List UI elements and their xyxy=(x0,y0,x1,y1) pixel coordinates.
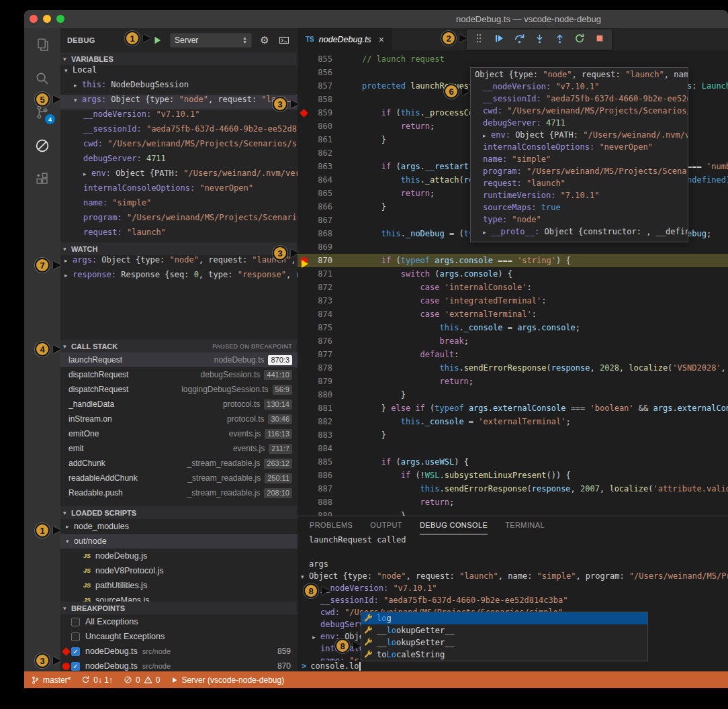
code-line[interactable]: 872 case 'internalConsole': xyxy=(298,281,728,294)
variable-row[interactable]: request: "launch" xyxy=(60,228,298,242)
hover-variable-row[interactable]: ▸__proto__: Object {constructor: , __def… xyxy=(475,227,688,239)
console-input-row[interactable]: > console.lo xyxy=(298,661,728,671)
console-row[interactable]: args xyxy=(298,559,728,571)
chevron-down-icon[interactable]: ▾ xyxy=(64,67,73,74)
code-line[interactable]: 879 return; xyxy=(298,375,728,388)
hover-variable-row[interactable]: cwd: "/Users/weinand/MS/Projects/Scenari… xyxy=(475,106,688,118)
breakpoint-checkbox[interactable]: ✓ xyxy=(71,662,80,671)
chevron-down-icon[interactable]: ▾ xyxy=(63,246,71,252)
stack-frame-row[interactable]: emitOneevents.js116:13 xyxy=(60,426,298,441)
code-line[interactable]: 889 } xyxy=(298,509,728,516)
activity-item-search[interactable] xyxy=(24,62,60,95)
hover-variable-row[interactable]: ▸env: Object {PATH: "/Users/weinand/.nvm… xyxy=(475,130,688,142)
chevron-right-icon[interactable]: ▸ xyxy=(66,519,74,534)
loaded-script-row[interactable]: ▾out/node xyxy=(60,534,298,549)
code-line[interactable]: 887 this.sendErrorResponse(response, 200… xyxy=(298,482,728,495)
current-breakpoint-icon[interactable] xyxy=(298,257,310,265)
hover-variable-row[interactable]: internalConsoleOptions: "neverOpen" xyxy=(475,142,688,154)
breakpoint-diamond-icon[interactable] xyxy=(298,110,310,116)
console-row[interactable]: __sessionId: "aeda75fb-637d-4660-9b2e-ee… xyxy=(298,596,728,608)
suggest-item[interactable]: __lookupSetter__ xyxy=(361,636,647,649)
code-line[interactable]: 873 case 'integratedTerminal': xyxy=(298,294,728,308)
breakpoint-row[interactable]: ✓nodeDebug.tssrc/node870 xyxy=(60,659,298,671)
console-row[interactable]: __nodeVersion: "v7.10.1" xyxy=(298,583,728,596)
variable-row[interactable]: name: "simple" xyxy=(60,198,298,213)
code-line[interactable]: 878 this.sendErrorResponse(response, 202… xyxy=(298,361,728,375)
variable-row[interactable]: program: "/Users/weinand/MS/Projects/Sce… xyxy=(60,213,298,228)
panel-tab-problems[interactable]: PROBLEMS xyxy=(310,517,353,534)
stack-frame-row[interactable]: readableAddChunk_stream_readable.js250:1… xyxy=(60,471,298,485)
continue-button[interactable] xyxy=(491,32,507,48)
code-line[interactable]: 877 default: xyxy=(298,348,728,361)
stack-frame-row[interactable]: addChunk_stream_readable.js263:12 xyxy=(60,456,298,471)
section-header-watch[interactable]: ▾WATCH xyxy=(60,242,298,255)
code-line[interactable]: 881 } else if (typeof args.externalConso… xyxy=(298,401,728,415)
variable-row[interactable]: internalConsoleOptions: "neverOpen" xyxy=(60,183,298,198)
hover-variable-row[interactable]: program: "/Users/weinand/MS/Projects/Sce… xyxy=(475,167,688,179)
code-line[interactable]: 880 } xyxy=(298,388,728,401)
stack-frame-row[interactable]: launchRequestnodeDebug.ts870:3 xyxy=(60,352,298,367)
code-line[interactable]: 871 switch (args.console) { xyxy=(298,267,728,281)
suggest-item[interactable]: __lookupGetter__ xyxy=(361,624,647,636)
breakpoint-row[interactable]: Uncaught Exceptions xyxy=(60,629,298,644)
stop-button[interactable] xyxy=(592,32,608,48)
close-tab-icon[interactable]: × xyxy=(379,34,384,45)
chevron-right-icon[interactable]: ▸ xyxy=(64,257,73,264)
activity-item-explorer[interactable] xyxy=(24,28,60,62)
watch-row[interactable]: ▸response: Response {seq: 0, type: "resp… xyxy=(60,270,298,285)
variable-row[interactable]: ▸this: NodeDebugSession xyxy=(60,80,298,95)
section-header-variables[interactable]: ▾VARIABLES xyxy=(60,52,298,65)
code-line[interactable]: 869 xyxy=(298,240,728,254)
activity-item-debug[interactable] xyxy=(24,129,60,162)
breakpoint-checkbox[interactable] xyxy=(71,632,80,641)
hover-variable-row[interactable]: runtimeVersion: "7.10.1" xyxy=(475,191,688,203)
chevron-right-icon[interactable]: ▸ xyxy=(83,171,91,177)
console-row[interactable]: ▾Object {type: "node", request: "launch"… xyxy=(298,571,728,583)
launch-config-select[interactable]: Server ▲▼ xyxy=(170,33,252,48)
chevron-right-icon[interactable]: ▸ xyxy=(483,229,491,236)
code-line[interactable]: 888 return; xyxy=(298,495,728,509)
step-out-button[interactable] xyxy=(551,32,567,48)
stack-frame-row[interactable]: Readable.push_stream_readable.js208:10 xyxy=(60,485,298,500)
sync-status[interactable]: 0↓ 1↑ xyxy=(81,675,113,685)
panel-tab-terminal[interactable]: TERMINAL xyxy=(505,517,545,534)
console-row[interactable]: launchRequest called xyxy=(298,535,728,547)
chevron-down-icon[interactable]: ▾ xyxy=(63,510,71,516)
chevron-right-icon[interactable]: ▸ xyxy=(74,82,82,89)
console-row[interactable] xyxy=(298,547,728,559)
suggest-item[interactable]: toLocaleString xyxy=(361,649,647,661)
variable-row[interactable]: debugServer: 4711 xyxy=(60,154,298,169)
step-into-button[interactable] xyxy=(531,32,547,48)
variable-row[interactable]: ▾Local xyxy=(60,65,298,80)
chevron-down-icon[interactable]: ▾ xyxy=(301,573,309,580)
stack-frame-row[interactable]: emitevents.js211:7 xyxy=(60,441,298,456)
panel-tab-debug-console[interactable]: DEBUG CONSOLE xyxy=(420,517,488,534)
activity-item-extensions[interactable] xyxy=(24,162,60,196)
code-line[interactable]: 886 if (!WSL.subsystemLinuxPresent()) { xyxy=(298,469,728,482)
minimize-window-button[interactable] xyxy=(43,15,51,23)
close-window-button[interactable] xyxy=(30,15,38,23)
hover-variable-row[interactable]: debugServer: 4711 xyxy=(475,118,688,130)
stack-frame-row[interactable]: _handleDataprotocol.ts130:14 xyxy=(60,397,298,412)
variable-row[interactable]: ▸env: Object {PATH: "/Users/weinand/.nvm… xyxy=(60,169,298,183)
breakpoint-row[interactable]: All Exceptions xyxy=(60,614,298,629)
chevron-down-icon[interactable]: ▾ xyxy=(66,534,74,549)
configure-gear-icon[interactable]: ⚙ xyxy=(258,34,271,47)
code-line[interactable]: 855 // launch request xyxy=(298,52,728,66)
hover-variable-row[interactable]: sourceMaps: true xyxy=(475,203,688,215)
problems-status[interactable]: 00 xyxy=(124,675,160,685)
section-header-breakpoints[interactable]: ▾BREAKPOINTS xyxy=(60,602,298,614)
loaded-script-row[interactable]: JSnodeDebug.js xyxy=(60,549,298,563)
hover-variable-row[interactable]: __nodeVersion: "v7.10.1" xyxy=(475,82,688,94)
variable-row[interactable]: ▾args: Object {type: "node", request: "l… xyxy=(60,95,298,109)
start-debug-button[interactable] xyxy=(150,34,164,47)
stack-frame-row[interactable]: inStream.onprotocol.ts30:46 xyxy=(60,412,298,426)
chevron-down-icon[interactable]: ▾ xyxy=(63,605,71,612)
code-line[interactable]: 876 break; xyxy=(298,334,728,348)
stack-frame-row[interactable]: dispatchRequestdebugSession.ts441:10 xyxy=(60,367,298,382)
watch-row[interactable]: ▸args: Object {type: "node", request: "l… xyxy=(60,255,298,270)
code-line[interactable]: 885 if (args.useWSL) { xyxy=(298,455,728,469)
chevron-right-icon[interactable]: ▸ xyxy=(312,634,320,641)
hover-variable-row[interactable]: request: "launch" xyxy=(475,179,688,191)
git-branch-status[interactable]: master* xyxy=(31,675,71,685)
